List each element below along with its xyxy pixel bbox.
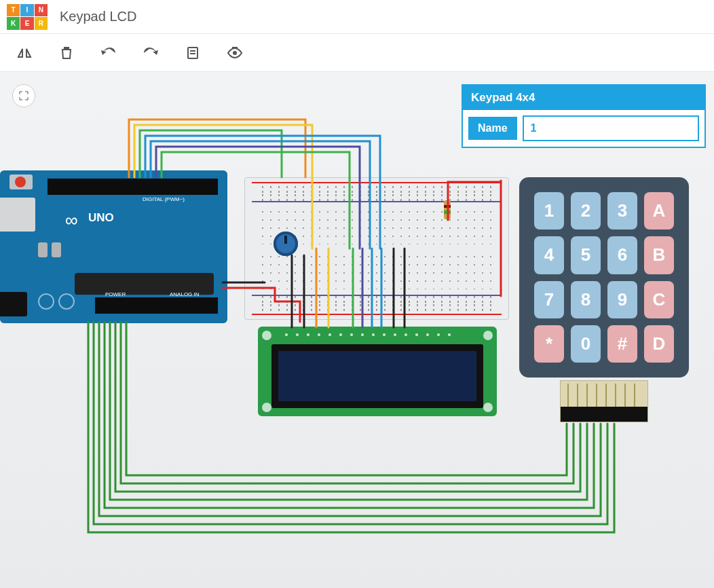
inspector-row-name: Name: [463, 110, 704, 147]
power-rail-top-pos: [252, 182, 502, 183]
visibility-button[interactable]: [224, 42, 246, 64]
barrel-jack: [0, 292, 27, 316]
lcd-16x2[interactable]: [258, 327, 497, 416]
capacitor: [38, 242, 48, 257]
redo-button[interactable]: [140, 42, 162, 64]
delete-button[interactable]: [56, 42, 77, 64]
reset-button[interactable]: [10, 174, 33, 189]
lcd-pin-header[interactable]: [281, 329, 451, 340]
notes-button[interactable]: [182, 42, 204, 64]
digital-label: DIGITAL (PWM~): [143, 196, 185, 202]
analog-label: ANALOG IN: [170, 291, 200, 297]
keypad-key-5[interactable]: 5: [571, 236, 601, 274]
keypad-key-*[interactable]: *: [534, 325, 564, 363]
keypad-key-1[interactable]: 1: [534, 192, 564, 229]
undo-button[interactable]: [98, 42, 119, 64]
logo-cell: K: [7, 17, 20, 30]
toolbar: [0, 34, 714, 72]
tinkercad-logo[interactable]: TINKER: [7, 4, 48, 30]
keypad-ribbon-connector[interactable]: [560, 380, 648, 422]
rail-holes[interactable]: [259, 303, 495, 312]
inspector-title: Keypad 4x4: [463, 86, 704, 110]
keypad-key-4[interactable]: 4: [534, 236, 564, 274]
mount-hole: [262, 331, 271, 340]
arduino-uno-board[interactable]: ∞ UNO DIGITAL (PWM~) POWER ANALOG IN: [0, 170, 227, 323]
header-bar: TINKER Keypad LCD: [0, 0, 714, 34]
lcd-bezel: [271, 344, 483, 408]
power-analog-header[interactable]: [95, 297, 218, 314]
keypad-key-#[interactable]: #: [607, 325, 637, 363]
logo-cell: T: [7, 4, 20, 17]
svg-point-3: [233, 51, 237, 55]
connector-header[interactable]: [561, 407, 647, 422]
terminal-strip-bottom[interactable]: [259, 253, 495, 289]
keypad-key-2[interactable]: 2: [571, 192, 601, 229]
mount-hole: [483, 403, 493, 412]
resistor[interactable]: [444, 200, 451, 219]
mount-hole: [262, 403, 271, 412]
component-inspector: Keypad 4x4 Name: [462, 84, 706, 148]
lcd-screen: [278, 351, 476, 401]
keypad-key-a[interactable]: A: [644, 192, 674, 229]
logo-cell: I: [20, 4, 33, 17]
keypad-key-9[interactable]: 9: [607, 281, 637, 318]
board-model-label: UNO: [88, 211, 114, 225]
keypad-key-b[interactable]: B: [644, 236, 674, 274]
ribbon-traces: [567, 384, 641, 407]
design-title[interactable]: Keypad LCD: [60, 9, 136, 24]
arduino-logo-icon: ∞: [65, 210, 78, 231]
name-label: Name: [468, 117, 517, 140]
electrolytic-cap: [38, 293, 54, 310]
electrolytic-cap: [58, 293, 75, 310]
power-rail-bot-neg: [252, 295, 502, 296]
mount-hole: [483, 331, 493, 340]
keypad-key-0[interactable]: 0: [571, 325, 601, 363]
rail-holes[interactable]: [259, 193, 495, 202]
power-label: POWER: [105, 291, 126, 297]
name-input[interactable]: [523, 115, 699, 141]
digital-pin-header[interactable]: [48, 179, 218, 195]
keypad-key-8[interactable]: 8: [571, 281, 601, 318]
logo-cell: R: [35, 17, 48, 30]
keypad-key-3[interactable]: 3: [607, 192, 637, 229]
zoom-fit-button[interactable]: [12, 84, 35, 107]
design-canvas[interactable]: Keypad 4x4 Name ∞ UNO DIGITAL (PWM~) POW…: [0, 72, 714, 588]
wire[interactable]: [129, 120, 305, 177]
keypad-4x4[interactable]: 123A456B789C*0#D: [519, 177, 689, 378]
keypad-key-7[interactable]: 7: [534, 281, 564, 318]
mirror-button[interactable]: [14, 42, 35, 64]
keypad-key-c[interactable]: C: [644, 281, 674, 318]
logo-cell: E: [20, 17, 33, 30]
capacitor: [52, 242, 61, 257]
usb-port: [0, 198, 35, 232]
power-rail-bot-pos: [252, 314, 502, 315]
keypad-key-6[interactable]: 6: [607, 236, 637, 274]
potentiometer[interactable]: [274, 232, 298, 256]
keypad-key-d[interactable]: D: [644, 325, 674, 363]
logo-cell: N: [35, 4, 48, 17]
